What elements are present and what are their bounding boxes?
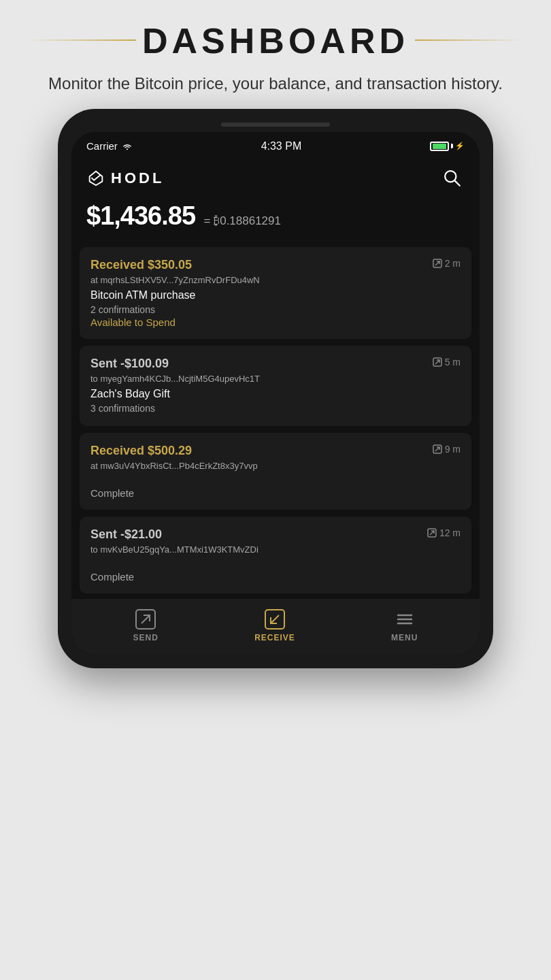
transaction-item[interactable]: Received $500.29 9 m at mw3uV4YbxRisCt..… (80, 433, 471, 510)
balance-btc: = ₿0.18861291 (204, 214, 281, 227)
status-time: 4:33 PM (261, 140, 302, 152)
bottom-nav: SEND RECEIVE MENU (71, 599, 480, 655)
tx-confirmations: 2 confirmations (90, 304, 461, 315)
nav-menu[interactable]: MENU (391, 608, 418, 642)
battery-indicator: ⚡ (430, 142, 465, 151)
tx-status: Available to Spend (90, 316, 461, 328)
notch-bar (221, 122, 330, 127)
tx-amount: Received $500.29 (90, 444, 192, 458)
tx-time: 2 m (433, 258, 461, 269)
tx-address: at mqrhsLStHXV5V...7yZnzmRvDrFDu4wN (90, 275, 461, 285)
tx-amount: Sent -$100.09 (90, 357, 169, 371)
tx-amount: Sent -$21.00 (90, 527, 162, 542)
tx-arrow-icon (433, 259, 442, 268)
balance-usd: $1,436.85 (86, 201, 195, 230)
transaction-item[interactable]: Received $350.05 2 m at mqrhsLStHXV5V...… (80, 247, 471, 339)
header-line-left (27, 39, 136, 41)
nav-send[interactable]: SEND (133, 608, 158, 642)
menu-label: MENU (391, 633, 418, 642)
tx-arrow-icon (433, 444, 442, 454)
send-label: SEND (133, 633, 158, 642)
header-line-right (415, 39, 524, 41)
tx-time: 9 m (433, 444, 461, 455)
app-name: HODL (111, 169, 164, 187)
tx-status: Complete (90, 571, 461, 583)
receive-label: RECEIVE (254, 633, 295, 642)
tx-address: at mw3uV4YbxRisCt...Pb4cErkZt8x3y7vvp (90, 461, 461, 471)
status-bar: Carrier 4:33 PM ⚡ (71, 132, 480, 158)
svg-line-3 (454, 180, 460, 186)
tx-address: to mvKvBeU25gqYa...MTMxi1W3KTMvZDi (90, 544, 461, 555)
tx-address: to myegYamh4KCJb...NcjtiM5G4upevHc1T (90, 374, 461, 384)
menu-icon (394, 608, 416, 630)
tx-label: Zach's Bday Gift (90, 388, 461, 400)
app-logo: HODL (86, 169, 164, 188)
tx-status: Complete (90, 487, 461, 499)
balance-section: $1,436.85 = ₿0.18861291 (71, 196, 480, 247)
page-header: DASHBOARD Monitor the Bitcoin price, you… (0, 0, 551, 109)
receive-icon (264, 608, 286, 630)
tx-time: 12 m (427, 527, 461, 538)
tx-amount: Received $350.05 (90, 258, 192, 272)
tx-arrow-icon (427, 528, 437, 538)
tx-label: Bitcoin ATM purchase (90, 289, 461, 301)
page-subtitle: Monitor the Bitcoin price, your balance,… (27, 72, 524, 95)
phone-screen: Carrier 4:33 PM ⚡ (71, 132, 480, 655)
nav-receive[interactable]: RECEIVE (254, 608, 295, 642)
page-title: DASHBOARD (27, 20, 524, 61)
app-header: HODL (71, 158, 480, 196)
tx-time: 5 m (433, 357, 461, 368)
phone-device: Carrier 4:33 PM ⚡ (58, 109, 493, 668)
send-icon (135, 608, 156, 630)
search-icon[interactable] (440, 166, 465, 191)
phone-notch (71, 122, 480, 127)
tx-arrow-icon (433, 357, 442, 367)
transaction-item[interactable]: Sent -$100.09 5 m to myegYamh4KCJb...Ncj… (80, 346, 471, 426)
tx-confirmations: 3 confirmations (90, 403, 461, 414)
transaction-list: Received $350.05 2 m at mqrhsLStHXV5V...… (71, 247, 480, 655)
svg-point-0 (127, 148, 128, 150)
carrier-label: Carrier (86, 140, 133, 152)
transaction-item[interactable]: Sent -$21.00 12 m to mvKvBeU25gqYa...MTM… (80, 517, 471, 593)
